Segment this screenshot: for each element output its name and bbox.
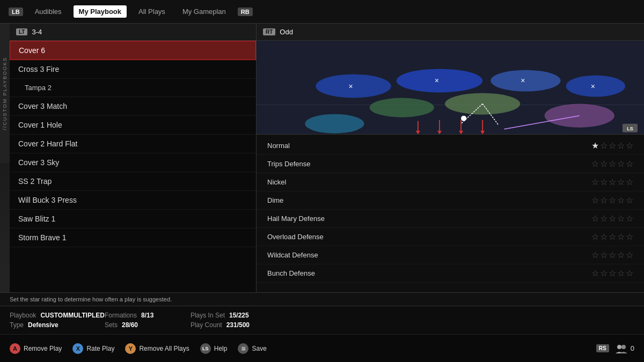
plays-list: Cover 6 Cross 3 Fire Tampa 2 Cover 3 Mat… (10, 41, 256, 292)
sets-val: 28/60 (122, 321, 138, 329)
svg-text:×: × (521, 76, 525, 85)
play-item-cover1hole[interactable]: Cover 1 Hole (10, 116, 256, 135)
stars-overload[interactable]: ☆ ☆ ☆ ☆ ☆ (591, 232, 633, 242)
rating-label-trips: Trips Defense (267, 160, 310, 168)
player-count: 0 (616, 344, 634, 353)
rating-row-wildcat: Wildcat Defense ☆ ☆ ☆ ☆ ☆ (257, 246, 644, 264)
play-item-tampa2[interactable]: Tampa 2 (10, 79, 256, 97)
player-count-value: 0 (631, 344, 634, 352)
stats-bar: Playbook CUSTOMMULTIPLED Type Defensive … (0, 306, 644, 334)
eq-button-icon: ≡ (238, 343, 248, 354)
stars-hailmary[interactable]: ☆ ☆ ☆ ☆ ☆ (591, 213, 633, 224)
formation-display-header: RT Odd (257, 24, 644, 41)
rate-play-button[interactable]: X Rate Play (72, 343, 114, 354)
plays-in-set-val: 15/225 (229, 312, 249, 319)
rating-row-hailmary: Hail Mary Defense ☆ ☆ ☆ ☆ ☆ (257, 210, 644, 228)
nav-my-gameplan[interactable]: My Gameplan (177, 5, 231, 18)
left-panel: LT 3-4 Cover 6 Cross 3 Fire Tampa 2 Cove… (10, 24, 257, 292)
star-3[interactable]: ☆ (609, 159, 616, 169)
rating-label-hailmary: Hail Mary Defense (267, 215, 325, 223)
rate-play-label: Rate Play (86, 345, 114, 352)
play-item-cross3fire[interactable]: Cross 3 Fire (10, 60, 256, 79)
play-item-ss2trap[interactable]: SS 2 Trap (10, 172, 256, 191)
players-icon (616, 344, 627, 353)
rating-row-nickel: Nickel ☆ ☆ ☆ ☆ ☆ (257, 173, 644, 191)
lb-badge[interactable]: LB (9, 8, 23, 16)
formations-label: Formations (105, 312, 137, 319)
lt-badge[interactable]: LT (16, 28, 27, 35)
play-count-val: 231/500 (226, 321, 250, 329)
ratings-list: Normal ★ ☆ ☆ ☆ ☆ Trips Defense ☆ ☆ (257, 135, 644, 292)
star-2[interactable]: ☆ (600, 159, 608, 169)
star-1[interactable]: ★ (591, 141, 599, 151)
plays-in-set-label: Plays In Set (191, 312, 225, 319)
bottom-bar: A Remove Play X Rate Play Y Remove All P… (0, 334, 644, 362)
stars-dime[interactable]: ☆ ☆ ☆ ☆ ☆ (591, 195, 633, 205)
play-item-cover3match[interactable]: Cover 3 Match (10, 97, 256, 116)
play-item-stormbrave1[interactable]: Storm Brave 1 (10, 228, 256, 247)
stars-normal[interactable]: ★ ☆ ☆ ☆ ☆ (591, 141, 633, 151)
nav-my-playbook[interactable]: My Playbook (74, 5, 127, 18)
rating-row-trips: Trips Defense ☆ ☆ ☆ ☆ ☆ (257, 155, 644, 173)
help-label: Help (214, 345, 228, 352)
rt-badge[interactable]: RT (263, 28, 275, 35)
type-val: Defensive (28, 321, 58, 329)
save-button[interactable]: ≡ Save (238, 343, 266, 354)
remove-all-plays-button[interactable]: Y Remove All Plays (125, 343, 189, 354)
info-text: Set the star rating to determine how oft… (10, 296, 172, 302)
rating-label-wildcat: Wildcat Defense (267, 251, 318, 259)
play-item-cover2hardflat[interactable]: Cover 2 Hard Flat (10, 135, 256, 153)
play-item-cover6[interactable]: Cover 6 (10, 41, 256, 60)
stars-nickel[interactable]: ☆ ☆ ☆ ☆ ☆ (591, 177, 633, 187)
play-item-cover3sky[interactable]: Cover 3 Sky (10, 153, 256, 172)
rating-row-normal: Normal ★ ☆ ☆ ☆ ☆ (257, 137, 644, 155)
type-label: Type (10, 321, 24, 329)
formations-val: 8/13 (141, 312, 153, 319)
y-button-icon: Y (125, 343, 136, 354)
svg-point-5 (566, 75, 625, 97)
rating-row-bunch: Bunch Defense ☆ ☆ ☆ ☆ ☆ (257, 264, 644, 283)
formation-header: LT 3-4 (10, 24, 256, 41)
stars-wildcat[interactable]: ☆ ☆ ☆ ☆ ☆ (591, 250, 633, 260)
star-5[interactable]: ☆ (626, 159, 633, 169)
play-item-willbuck3press[interactable]: Will Buck 3 Press (10, 191, 256, 210)
play-count-label: Play Count (191, 321, 222, 329)
playbook-label: Playbook (10, 312, 36, 319)
rs-badge: RS (596, 344, 609, 352)
stat-group-plays: Plays In Set 15/225 Play Count 231/500 (191, 312, 276, 329)
bottom-right: RS 0 (596, 344, 634, 353)
star-5[interactable]: ☆ (626, 141, 633, 151)
info-bar: Set the star rating to determine how oft… (0, 292, 644, 306)
help-button[interactable]: LS Help (200, 343, 228, 354)
stars-trips[interactable]: ☆ ☆ ☆ ☆ ☆ (591, 159, 633, 169)
star-4[interactable]: ☆ (617, 159, 625, 169)
remove-play-button[interactable]: A Remove Play (10, 343, 62, 354)
nav-all-plays[interactable]: All Plays (133, 5, 171, 18)
star-4[interactable]: ☆ (617, 141, 625, 151)
svg-point-29 (621, 345, 626, 349)
stars-bunch[interactable]: ☆ ☆ ☆ ☆ ☆ (591, 268, 633, 278)
star-1[interactable]: ☆ (591, 159, 599, 169)
side-label: //CUSTOM PLAYBOOKS (0, 24, 10, 163)
svg-point-9 (305, 114, 364, 134)
remove-play-label: Remove Play (24, 345, 62, 352)
star-2[interactable]: ☆ (600, 141, 608, 151)
rating-label-overload: Overload Defense (267, 233, 324, 241)
svg-point-3 (397, 69, 482, 92)
a-button-icon: A (10, 343, 20, 354)
play-item-sawblitz1[interactable]: Saw Blitz 1 (10, 210, 256, 228)
main-container: LB Audibles My Playbook All Plays My Gam… (0, 0, 644, 362)
sets-label: Sets (105, 321, 118, 329)
rb-badge[interactable]: RB (238, 8, 253, 16)
star-3[interactable]: ☆ (609, 141, 616, 151)
stat-group-formations: Formations 8/13 Sets 28/60 (105, 312, 191, 329)
svg-point-2 (316, 74, 391, 98)
right-panel: RT Odd (257, 24, 644, 292)
rating-label-nickel: Nickel (267, 178, 286, 186)
playbook-val: CUSTOMMULTIPLED (40, 312, 105, 319)
svg-point-6 (370, 98, 434, 117)
svg-text:LS: LS (627, 126, 633, 131)
svg-point-25 (461, 116, 466, 121)
nav-audibles[interactable]: Audibles (30, 5, 67, 18)
rating-label-bunch: Bunch Defense (267, 269, 315, 277)
